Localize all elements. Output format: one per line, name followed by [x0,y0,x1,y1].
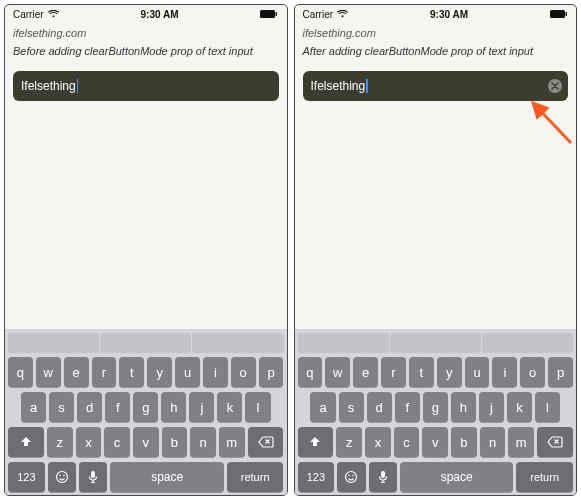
key-shift[interactable] [298,427,334,457]
suggestion-cell[interactable] [482,333,573,353]
wifi-icon [337,10,348,18]
key-n[interactable]: n [480,427,506,457]
key-z[interactable]: z [47,427,73,457]
svg-point-9 [346,472,357,483]
key-m[interactable]: m [508,427,534,457]
content-area: ifelsething.com After adding clearButton… [295,23,577,329]
key-emoji[interactable] [337,462,365,492]
status-time: 9:30 AM [430,9,468,20]
key-k[interactable]: k [217,392,242,422]
key-s[interactable]: s [339,392,364,422]
keyboard-row-3: z x c v b n m [298,427,574,457]
key-backspace[interactable] [537,427,573,457]
key-o[interactable]: o [520,357,545,387]
key-space[interactable]: space [400,462,513,492]
key-123[interactable]: 123 [8,462,45,492]
key-g[interactable]: g [423,392,448,422]
key-123[interactable]: 123 [298,462,335,492]
key-d[interactable]: d [77,392,102,422]
suggestion-cell[interactable] [192,333,283,353]
status-bar: Carrier 9:30 AM [5,5,287,23]
key-e[interactable]: e [353,357,378,387]
key-v[interactable]: v [422,427,448,457]
key-f[interactable]: f [395,392,420,422]
key-b[interactable]: b [451,427,477,457]
key-return[interactable]: return [516,462,573,492]
key-y[interactable]: y [147,357,172,387]
key-q[interactable]: q [8,357,33,387]
key-h[interactable]: h [161,392,186,422]
key-t[interactable]: t [409,357,434,387]
text-cursor [77,79,79,93]
key-c[interactable]: c [104,427,130,457]
key-space[interactable]: space [110,462,223,492]
key-l[interactable]: l [535,392,560,422]
key-p[interactable]: p [548,357,573,387]
key-w[interactable]: w [325,357,350,387]
suggestion-cell[interactable] [390,333,481,353]
key-i[interactable]: i [492,357,517,387]
status-time: 9:30 AM [141,9,179,20]
emoji-icon [344,470,358,484]
suggestion-cell[interactable] [298,333,389,353]
key-q[interactable]: q [298,357,323,387]
key-a[interactable]: a [310,392,335,422]
key-i[interactable]: i [203,357,228,387]
key-d[interactable]: d [367,392,392,422]
key-emoji[interactable] [48,462,76,492]
mic-icon [378,470,388,484]
key-m[interactable]: m [219,427,245,457]
clear-button[interactable] [548,79,562,93]
carrier-label: Carrier [13,9,44,20]
key-y[interactable]: y [437,357,462,387]
suggestion-cell[interactable] [8,333,99,353]
status-bar: Carrier 9:30 AM [295,5,577,23]
key-mic[interactable] [369,462,397,492]
suggestion-bar [8,333,284,353]
shift-icon [308,435,322,449]
svg-point-2 [56,472,67,483]
key-v[interactable]: v [133,427,159,457]
suggestion-cell[interactable] [100,333,191,353]
key-u[interactable]: u [465,357,490,387]
key-r[interactable]: r [381,357,406,387]
key-j[interactable]: j [189,392,214,422]
key-s[interactable]: s [49,392,74,422]
svg-point-10 [349,475,351,477]
key-t[interactable]: t [119,357,144,387]
key-shift[interactable] [8,427,44,457]
key-h[interactable]: h [451,392,476,422]
shift-icon [19,435,33,449]
key-f[interactable]: f [105,392,130,422]
key-return[interactable]: return [227,462,284,492]
key-o[interactable]: o [231,357,256,387]
svg-rect-1 [276,12,278,16]
text-input[interactable]: Ifelsething [303,71,569,101]
key-e[interactable]: e [64,357,89,387]
key-x[interactable]: x [76,427,102,457]
key-w[interactable]: w [36,357,61,387]
key-c[interactable]: c [394,427,420,457]
key-z[interactable]: z [336,427,362,457]
svg-rect-0 [260,10,275,18]
key-x[interactable]: x [365,427,391,457]
site-label: ifelsething.com [303,27,569,39]
svg-point-3 [59,475,61,477]
keyboard: q w e r t y u i o p a s d f g h j k l z [295,329,577,495]
key-b[interactable]: b [162,427,188,457]
key-k[interactable]: k [507,392,532,422]
key-mic[interactable] [79,462,107,492]
key-a[interactable]: a [21,392,46,422]
svg-point-11 [353,475,355,477]
carrier-label: Carrier [303,9,334,20]
key-p[interactable]: p [259,357,284,387]
key-backspace[interactable] [248,427,284,457]
key-j[interactable]: j [479,392,504,422]
key-u[interactable]: u [175,357,200,387]
key-r[interactable]: r [92,357,117,387]
key-g[interactable]: g [133,392,158,422]
key-l[interactable]: l [245,392,270,422]
svg-rect-6 [550,10,565,18]
text-input[interactable]: Ifelsething [13,71,279,101]
key-n[interactable]: n [190,427,216,457]
